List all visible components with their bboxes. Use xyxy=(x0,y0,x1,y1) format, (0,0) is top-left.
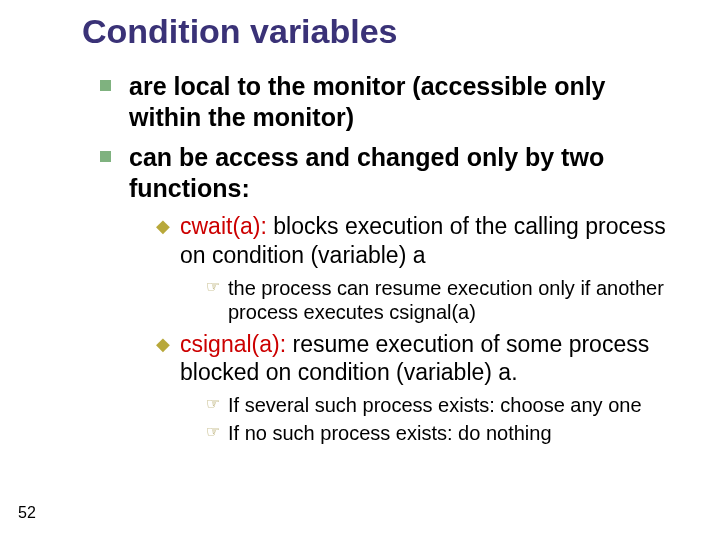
lvl2-text: cwait(a): blocks execution of the callin… xyxy=(180,212,680,270)
sub-bullet-icon: ☞ xyxy=(206,393,222,417)
lvl2-text: csignal(a): resume execution of some pro… xyxy=(180,330,680,388)
slide: Condition variables are local to the mon… xyxy=(0,0,720,445)
lvl1-text: are local to the monitor (accessible onl… xyxy=(129,71,680,134)
page-title: Condition variables xyxy=(82,12,680,51)
lvl3-text: If no such process exists: do nothing xyxy=(228,421,552,445)
list-item: ☞ If several such process exists: choose… xyxy=(206,393,680,417)
list-item: ☞ the process can resume execution only … xyxy=(206,276,680,324)
lvl3-text: If several such process exists: choose a… xyxy=(228,393,642,417)
list-item: can be access and changed only by two fu… xyxy=(100,142,680,205)
diamond-bullet-icon: ◆ xyxy=(156,330,170,388)
term-csignal: csignal(a): xyxy=(180,331,286,357)
sub-bullet-icon: ☞ xyxy=(206,421,222,445)
lvl1-text: can be access and changed only by two fu… xyxy=(129,142,680,205)
diamond-bullet-icon: ◆ xyxy=(156,212,170,270)
list-item: ◆ csignal(a): resume execution of some p… xyxy=(156,330,680,388)
lvl3-text: the process can resume execution only if… xyxy=(228,276,680,324)
square-bullet-icon xyxy=(100,151,111,162)
sub-bullet-icon: ☞ xyxy=(206,276,222,324)
list-item: ◆ cwait(a): blocks execution of the call… xyxy=(156,212,680,270)
term-cwait: cwait(a): xyxy=(180,213,267,239)
page-number: 52 xyxy=(18,504,36,522)
list-item: ☞ If no such process exists: do nothing xyxy=(206,421,680,445)
list-item: are local to the monitor (accessible onl… xyxy=(100,71,680,134)
square-bullet-icon xyxy=(100,80,111,91)
